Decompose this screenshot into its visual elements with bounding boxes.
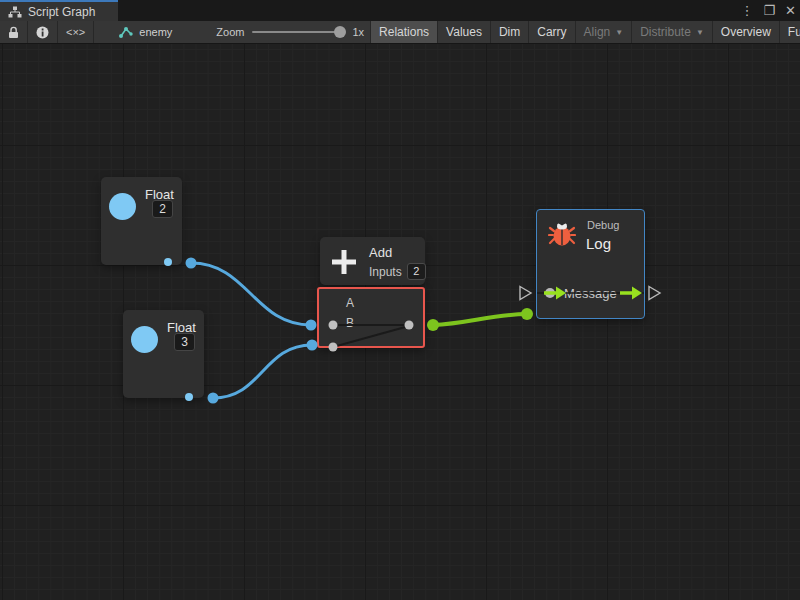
- graph-asset-icon: [118, 25, 134, 39]
- add-node-ports[interactable]: A B: [317, 287, 425, 348]
- float-value-icon: [109, 193, 136, 220]
- wire-add-to-message[interactable]: [433, 314, 527, 325]
- wire-endpoint-dot[interactable]: [306, 320, 317, 331]
- flow-triangle-right-icon[interactable]: [649, 287, 660, 300]
- wire-endpoint-dot[interactable]: [307, 340, 318, 351]
- bug-icon: [548, 220, 576, 252]
- message-port-label: Message: [564, 286, 617, 301]
- zoom-label: Zoom: [216, 26, 244, 38]
- toolbar-buttons: Relations Values Dim Carry Align ▼ Distr…: [370, 21, 800, 43]
- info-icon: [36, 26, 49, 39]
- carry-label: Carry: [537, 25, 566, 39]
- script-graph-window: Script Graph ⋮ ❐ ✕ <×>: [0, 0, 800, 600]
- overview-label: Overview: [721, 25, 771, 39]
- zoom-slider[interactable]: [252, 31, 344, 33]
- chevron-down-icon: ▼: [615, 28, 623, 37]
- tab-script-graph[interactable]: Script Graph: [0, 0, 118, 21]
- wire-endpoint-dot[interactable]: [427, 319, 439, 331]
- port-a-label: A: [346, 296, 354, 310]
- port-b-label: B: [346, 316, 354, 330]
- node-category: Debug: [587, 219, 619, 231]
- float-value-field[interactable]: 3: [174, 333, 195, 351]
- window-controls: ⋮ ❐ ✕: [740, 0, 796, 21]
- plus-icon: [329, 247, 359, 281]
- node-title: Log: [586, 235, 611, 252]
- flow-triangle-left-icon[interactable]: [520, 287, 531, 300]
- zoom-value: 1x: [352, 26, 364, 38]
- values-label: Values: [446, 25, 482, 39]
- wire-float2-to-b[interactable]: [213, 345, 312, 398]
- align-button[interactable]: Align ▼: [575, 21, 632, 43]
- dim-button[interactable]: Dim: [490, 21, 528, 43]
- lock-button[interactable]: [0, 21, 28, 43]
- close-icon[interactable]: ✕: [785, 0, 796, 21]
- maximize-icon[interactable]: ❐: [763, 0, 775, 21]
- values-button[interactable]: Values: [437, 21, 490, 43]
- wire-endpoint-dot[interactable]: [208, 393, 219, 404]
- distribute-button[interactable]: Distribute ▼: [631, 21, 712, 43]
- debug-log-node[interactable]: Debug Log Message: [536, 209, 645, 319]
- wire-endpoint-dot[interactable]: [186, 258, 197, 269]
- wire-float1-to-a[interactable]: [191, 263, 311, 325]
- code-view-button[interactable]: <×>: [58, 21, 94, 43]
- float-node-2[interactable]: Float 3: [123, 310, 204, 398]
- full-screen-button[interactable]: Full Screen: [779, 21, 800, 43]
- graph-reference[interactable]: enemy: [108, 21, 182, 43]
- float-value-icon: [131, 326, 158, 353]
- dim-label: Dim: [499, 25, 520, 39]
- graph-toolbar: <×> enemy Zoom 1x Relations Values: [0, 21, 800, 44]
- full-screen-label: Full Screen: [788, 25, 800, 39]
- kebab-menu-icon[interactable]: ⋮: [740, 0, 753, 21]
- carry-button[interactable]: Carry: [528, 21, 574, 43]
- graph-name: enemy: [139, 26, 172, 38]
- distribute-label: Distribute: [640, 25, 691, 39]
- zoom-control: Zoom 1x: [182, 21, 370, 43]
- info-button[interactable]: [28, 21, 58, 43]
- tab-bar: Script Graph ⋮ ❐ ✕: [0, 0, 800, 21]
- hierarchy-icon: [8, 6, 22, 18]
- lock-icon: [8, 26, 19, 39]
- code-view-icon: <×>: [66, 26, 85, 38]
- float-node-1[interactable]: Float 2: [101, 177, 182, 265]
- graph-canvas[interactable]: Float 2 Float 3 Add Inputs 2 A B: [0, 44, 800, 600]
- align-label: Align: [584, 25, 611, 39]
- chevron-down-icon: ▼: [696, 28, 704, 37]
- relations-button[interactable]: Relations: [370, 21, 437, 43]
- node-title: Add: [369, 245, 392, 260]
- tab-title: Script Graph: [28, 5, 95, 19]
- zoom-slider-handle[interactable]: [334, 26, 346, 38]
- relations-label: Relations: [379, 25, 429, 39]
- wire-endpoint-dot[interactable]: [521, 308, 533, 320]
- inputs-count-field[interactable]: 2: [407, 263, 426, 280]
- inputs-label: Inputs: [369, 265, 402, 279]
- add-node-header[interactable]: Add Inputs 2: [320, 237, 425, 285]
- float-value-field[interactable]: 2: [152, 200, 173, 218]
- message-port-dot[interactable]: [545, 288, 555, 298]
- overview-button[interactable]: Overview: [712, 21, 779, 43]
